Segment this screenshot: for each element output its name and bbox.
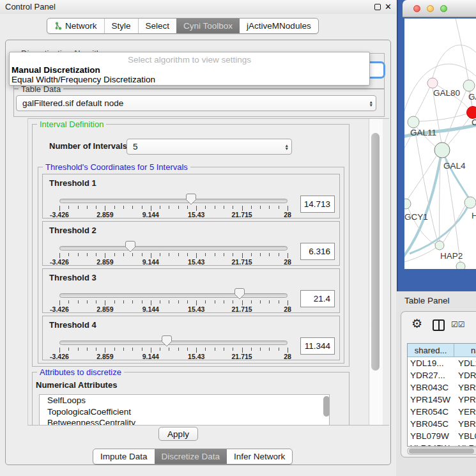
table-cell[interactable]: YDR2 [454,371,476,380]
table-horizontal-scrollbar[interactable] [407,447,476,455]
dropdown-placeholder: Select algorithm to view settings [10,55,369,65]
tick-label: 21.715 [232,305,252,313]
column-header-shared[interactable]: shared... [408,344,454,357]
tick-mark [187,206,188,209]
apply-button[interactable]: Apply [158,427,198,441]
network-node[interactable] [435,241,444,250]
table-row[interactable]: YBL079WYBL0 [408,430,476,442]
tick-mark [169,253,169,256]
slider-track[interactable] [59,341,288,345]
table-cell[interactable]: YER054C [408,407,454,417]
table-cell[interactable]: YPR1 [454,395,476,404]
zoom-traffic-light-icon[interactable] [440,5,447,12]
list-scrollbar[interactable] [323,395,330,426]
table-row[interactable]: YLR345WYLR3 [408,442,476,447]
network-node-label: GAL4 [443,161,466,171]
table-cell[interactable]: YDL19... [408,358,454,368]
attribute-list-item[interactable]: TopologicalCoefficient [40,406,329,418]
panel-scrollbar[interactable] [369,119,383,425]
slider-track[interactable] [59,293,288,298]
network-window-titlebar [403,0,476,17]
tick-mark [279,206,279,209]
table-cell[interactable]: YPR145W [408,395,454,404]
table-cell[interactable]: YDR27... [408,371,454,380]
threshold-value-input[interactable] [300,290,335,307]
tick-mark [187,300,188,303]
control-panel-titlebar: Control Panel ✕ [0,0,396,14]
table-cell[interactable]: YBR0 [454,383,476,392]
threshold-1-row: Threshold 1 -3.4262.8599.14415.4321.7152… [42,174,340,219]
table-cell[interactable]: YLR3 [454,443,476,447]
select-columns-checkboxes-icon[interactable]: ☑☑ [451,320,465,329]
split-columns-icon[interactable] [433,319,445,331]
threshold-value-input[interactable] [300,337,335,355]
tab-discretize-data[interactable]: Discretize Data [155,449,227,464]
slider-tick-labels: -3.4262.8599.14415.4321.71528 [59,210,288,219]
network-node-label: C [472,118,476,127]
dropdown-item-equal-width-frequency[interactable]: Equal Width/Frequency Discretization [12,75,155,84]
network-node[interactable] [464,197,476,208]
table-row[interactable]: YPR145WYPR1 [408,394,476,406]
tick-mark [142,253,142,256]
scrollbar-thumb[interactable] [409,449,474,454]
network-node[interactable] [427,78,438,88]
network-node[interactable] [467,107,476,119]
num-intervals-combo[interactable]: 5 ▲▼ [127,139,292,155]
slider-track[interactable] [59,246,288,250]
slider-handle[interactable] [234,288,245,300]
table-row[interactable]: YDR27...YDR2 [408,369,476,381]
network-node[interactable] [463,80,475,91]
attribute-list-item[interactable]: SelfLoops [40,395,329,406]
table-panel-window: ⚙ ☑☑ shared... na YDL19...YDL1YDR27...YD… [401,311,476,457]
network-node[interactable] [434,142,450,158]
table-cell[interactable]: YER0 [454,407,476,417]
tab-style[interactable]: Style [104,19,138,33]
tab-impute-data[interactable]: Impute Data [93,449,155,464]
tab-jactivemnodules[interactable]: jActiveMNodules [240,19,318,33]
float-window-icon[interactable] [374,4,381,10]
threshold-value-input[interactable] [300,196,335,213]
network-node[interactable] [404,199,411,209]
tick-mark [68,253,69,256]
tab-cyni-toolbox[interactable]: Cyni Toolbox [176,19,240,33]
table-data-combo[interactable]: galFiltered.sif default node ▲▼ [16,95,376,111]
scrollbar-thumb[interactable] [371,133,380,371]
table-cell[interactable]: YLR345W [408,443,454,447]
slider-track[interactable] [59,199,288,203]
tick-label: 2.859 [96,353,113,360]
table-row[interactable]: YBR045CYBR0 [408,418,476,430]
table-cell[interactable]: YBL0 [454,431,476,441]
slider-handle[interactable] [186,194,196,205]
dropdown-item-manual-discretization[interactable]: Manual Discretization [12,65,100,75]
slider-handle[interactable] [162,335,172,347]
gear-icon[interactable]: ⚙ [411,318,422,330]
network-node[interactable] [456,262,465,269]
cyni-toolbox-panel: Discretization Algorithm Select algorith… [5,40,391,465]
spinner-arrows-icon: ▲▼ [369,96,373,111]
table-row[interactable]: YBR043CYBR0 [408,381,476,394]
network-canvas[interactable]: GAL80GALCGAL11GAL4GCY1HHAP2 [404,19,476,269]
table-cell[interactable]: YBR045C [408,419,454,429]
tab-select[interactable]: Select [138,19,177,33]
table-row[interactable]: YER054CYER0 [408,406,476,418]
tab-network[interactable]: Network [47,19,104,33]
close-icon[interactable]: ✕ [385,2,392,12]
table-cell[interactable]: YBR0 [454,419,476,429]
threshold-value-input[interactable] [300,243,335,260]
tick-mark [279,348,279,351]
scrollbar-thumb[interactable] [323,396,330,417]
minimize-traffic-light-icon[interactable] [427,5,434,12]
tick-label: -3.426 [50,353,69,360]
tick-mark [224,348,224,351]
close-traffic-light-icon[interactable] [413,5,420,12]
attribute-list-item[interactable]: BetweennessCentrality [40,417,329,426]
network-node[interactable] [408,116,419,128]
slider-handle[interactable] [125,241,135,252]
tab-infer-network[interactable]: Infer Network [227,449,292,464]
table-row[interactable]: YDL19...YDL1 [408,357,476,369]
table-cell[interactable]: YBR043C [408,383,454,392]
table-cell[interactable]: YBL079W [408,431,454,441]
table-cell[interactable]: YDL1 [454,358,476,368]
column-header-name[interactable]: na [454,344,476,357]
numerical-attributes-list[interactable]: SelfLoopsTopologicalCoefficientBetweenne… [39,394,330,426]
